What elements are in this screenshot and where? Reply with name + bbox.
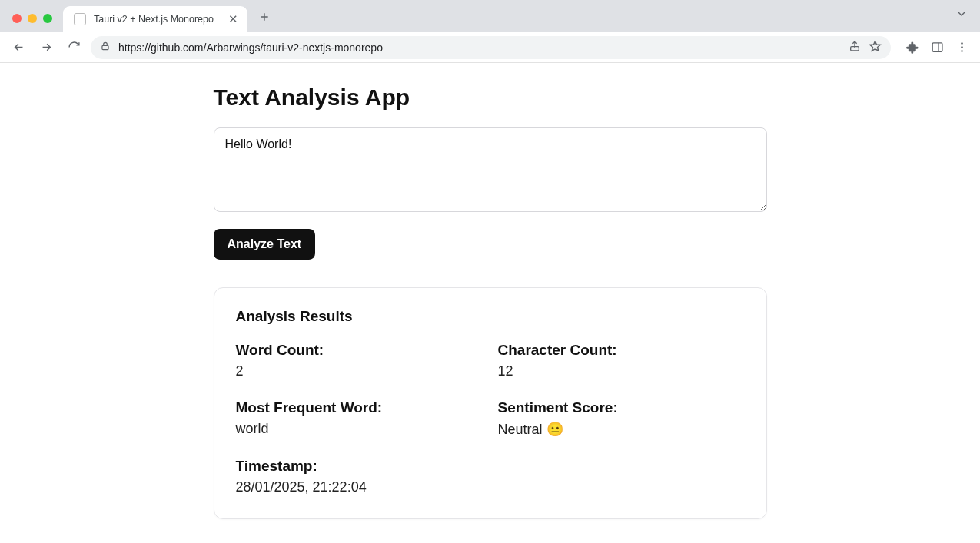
- browser-menu-icon[interactable]: [951, 37, 972, 58]
- page-title: Text Analysis App: [214, 84, 767, 111]
- svg-point-5: [961, 50, 963, 52]
- metric-value: Neutral 😐: [498, 421, 745, 438]
- bookmark-icon[interactable]: [869, 40, 882, 55]
- tabs-dropdown-button[interactable]: [955, 8, 968, 23]
- metric-label: Most Frequent Word:: [236, 399, 483, 416]
- metric-value: 28/01/2025, 21:22:04: [236, 479, 745, 495]
- metric-value: world: [236, 421, 483, 437]
- back-button[interactable]: [8, 37, 29, 58]
- metric-label: Character Count:: [498, 342, 745, 359]
- svg-rect-0: [102, 45, 108, 49]
- metric-value: 12: [498, 363, 745, 379]
- viewport: Text Analysis App Analyze Text Analysis …: [0, 63, 980, 543]
- lock-icon: [100, 41, 111, 54]
- window-minimize-button[interactable]: [28, 14, 37, 23]
- metric-char-count: Character Count: 12: [498, 342, 745, 379]
- browser-toolbar: https://github.com/Arbarwings/tauri-v2-n…: [0, 32, 980, 63]
- window-close-button[interactable]: [12, 14, 22, 23]
- tab-close-button[interactable]: ✕: [226, 12, 240, 26]
- results-card: Analysis Results Word Count: 2 Character…: [214, 287, 767, 519]
- reload-button[interactable]: [63, 37, 85, 58]
- metric-value: 2: [236, 363, 483, 379]
- share-icon[interactable]: [849, 40, 861, 55]
- url-text: https://github.com/Arbarwings/tauri-v2-n…: [118, 41, 841, 54]
- results-heading: Analysis Results: [236, 308, 745, 325]
- metric-most-frequent: Most Frequent Word: world: [236, 399, 483, 438]
- address-bar[interactable]: https://github.com/Arbarwings/tauri-v2-n…: [91, 36, 891, 59]
- extensions-icon[interactable]: [902, 37, 923, 58]
- window-controls: [12, 14, 52, 23]
- text-input[interactable]: [214, 127, 767, 212]
- metric-sentiment: Sentiment Score: Neutral 😐: [498, 399, 745, 438]
- svg-point-3: [961, 42, 963, 45]
- side-panel-icon[interactable]: [926, 37, 948, 58]
- browser-tab[interactable]: Tauri v2 + Next.js Monorepo ✕: [63, 6, 247, 32]
- forward-button[interactable]: [35, 37, 57, 58]
- tab-strip: Tauri v2 + Next.js Monorepo ✕: [0, 0, 980, 32]
- metric-word-count: Word Count: 2: [236, 342, 483, 379]
- svg-rect-2: [932, 43, 942, 51]
- svg-point-4: [961, 46, 963, 48]
- page-content: Text Analysis App Analyze Text Analysis …: [214, 63, 767, 543]
- analyze-button[interactable]: Analyze Text: [214, 229, 316, 260]
- metric-label: Timestamp:: [236, 458, 745, 475]
- tab-title: Tauri v2 + Next.js Monorepo: [94, 14, 218, 25]
- metric-timestamp: Timestamp: 28/01/2025, 21:22:04: [236, 458, 745, 495]
- new-tab-button[interactable]: [255, 8, 274, 26]
- window-zoom-button[interactable]: [43, 14, 52, 23]
- metric-label: Sentiment Score:: [498, 399, 745, 416]
- metric-label: Word Count:: [236, 342, 483, 359]
- tab-favicon: [74, 13, 86, 25]
- results-grid: Word Count: 2 Character Count: 12 Most F…: [236, 342, 745, 495]
